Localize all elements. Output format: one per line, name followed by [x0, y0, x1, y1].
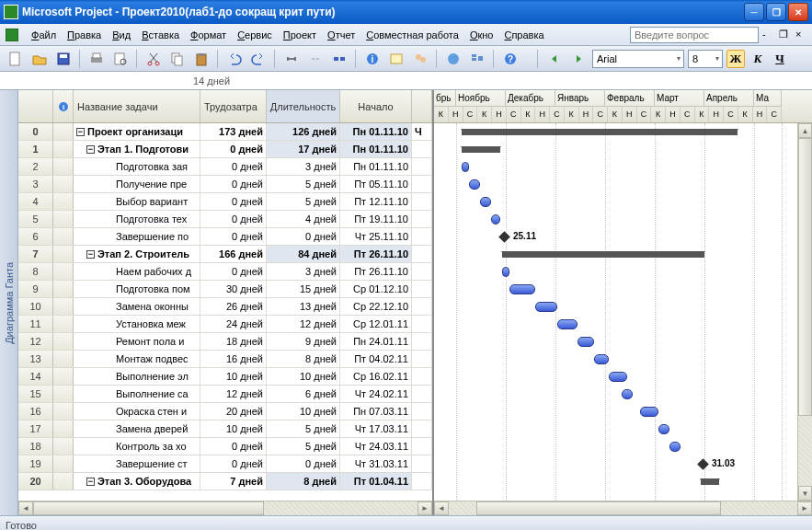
task-work[interactable]: 0 дней [200, 263, 267, 280]
gantt-row[interactable] [434, 438, 812, 455]
task-duration[interactable]: 9 дней [267, 333, 340, 350]
gantt-row[interactable]: 31.03 [434, 455, 812, 473]
menu-вид[interactable]: Вид [107, 27, 136, 43]
row-number[interactable]: 11 [18, 316, 53, 332]
task-name[interactable]: Выбор вариант [74, 193, 200, 210]
task-duration[interactable]: 5 дней [267, 421, 340, 437]
task-duration[interactable]: 15 дней [267, 281, 340, 297]
milestone-icon[interactable] [697, 458, 709, 470]
task-name[interactable]: Выполнение эл [74, 368, 200, 385]
task-bar[interactable] [502, 267, 509, 277]
gantt-hscroll[interactable]: ◄ ► [434, 501, 812, 515]
task-duration[interactable]: 8 дней [267, 473, 340, 490]
italic-button[interactable]: К [749, 50, 767, 68]
row-number[interactable]: 16 [18, 403, 53, 420]
table-row[interactable]: 13Монтаж подвес16 дней8 днейПт 04.02.11 [18, 351, 432, 368]
task-finish[interactable] [412, 281, 432, 297]
scroll-up-icon[interactable]: ▲ [798, 123, 812, 138]
month-header[interactable]: Ма [754, 90, 782, 107]
print-preview-icon[interactable] [110, 49, 131, 69]
info-icon[interactable]: i [362, 49, 383, 69]
task-work[interactable]: 166 дней [200, 246, 267, 262]
task-work[interactable]: 0 дней [200, 211, 267, 227]
bold-button[interactable]: Ж [726, 50, 745, 68]
table-row[interactable]: 19Завершение ст0 дней0 днейЧт 31.03.11 [18, 455, 432, 473]
task-duration[interactable]: 0 дней [267, 228, 340, 245]
row-info[interactable] [53, 123, 74, 140]
summary-bar[interactable] [502, 251, 704, 258]
month-header[interactable]: Март [655, 90, 704, 107]
gantt-row[interactable] [434, 211, 812, 228]
task-name[interactable]: Подготовка тех [74, 211, 200, 227]
month-header[interactable]: брь [434, 90, 456, 107]
mdi-close-button[interactable]: × [795, 29, 808, 41]
copy-icon[interactable] [167, 49, 188, 69]
task-work[interactable]: 30 дней [200, 281, 267, 297]
table-row[interactable]: 3Получение пре0 дней5 днейПт 05.11.10 [18, 176, 432, 193]
task-finish[interactable] [412, 316, 432, 332]
task-work[interactable]: 18 дней [200, 333, 267, 350]
link-icon[interactable] [281, 49, 302, 69]
assign-icon[interactable] [410, 49, 430, 69]
row-number[interactable]: 18 [18, 438, 53, 455]
table-row[interactable]: 10Замена оконны26 дней13 днейСр 22.12.10 [18, 298, 432, 316]
menu-проект[interactable]: Проект [278, 27, 322, 43]
task-name[interactable]: Подготовка пом [74, 281, 200, 297]
task-finish[interactable] [412, 158, 432, 175]
task-bar[interactable] [669, 442, 680, 452]
maximize-button[interactable]: ❐ [766, 3, 786, 21]
task-bar[interactable] [609, 372, 627, 382]
task-start[interactable]: Пт 19.11.10 [340, 211, 412, 227]
task-duration[interactable]: 84 дней [267, 246, 340, 262]
task-work[interactable]: 173 дней [200, 123, 267, 140]
row-info[interactable] [53, 351, 74, 367]
gantt-row[interactable] [434, 351, 812, 368]
task-bar[interactable] [622, 389, 633, 399]
task-start[interactable]: Ср 22.12.10 [340, 298, 412, 315]
task-name[interactable]: −Этап 3. Оборудова [74, 473, 200, 490]
task-finish[interactable] [412, 368, 432, 385]
row-number[interactable]: 13 [18, 351, 53, 367]
task-finish[interactable] [412, 351, 432, 367]
table-row[interactable]: 14Выполнение эл10 дней10 днейСр 16.02.11 [18, 368, 432, 386]
row-number[interactable]: 4 [18, 193, 53, 210]
new-icon[interactable] [6, 49, 26, 69]
task-name[interactable]: −Проект организаци [74, 123, 200, 140]
back-icon[interactable] [544, 49, 565, 69]
col-rownum[interactable] [18, 90, 53, 122]
gantt-row[interactable] [434, 333, 812, 351]
col-info[interactable]: i [53, 90, 74, 122]
month-header[interactable]: Апрель [704, 90, 754, 107]
gantt-row[interactable] [434, 281, 812, 298]
task-name[interactable]: Получение пре [74, 176, 200, 192]
task-name[interactable]: Выполнение са [74, 386, 200, 402]
task-name[interactable]: Завершение по [74, 228, 200, 245]
task-duration[interactable]: 3 дней [267, 158, 340, 175]
task-work[interactable]: 0 дней [200, 158, 267, 175]
table-row[interactable]: 2Подготовка зая0 дней3 днейПн 01.11.10 [18, 158, 432, 176]
task-finish[interactable] [412, 473, 432, 490]
row-info[interactable] [53, 403, 74, 420]
publish-icon[interactable] [443, 49, 463, 69]
task-bar[interactable] [557, 319, 578, 329]
paste-icon[interactable] [191, 49, 212, 69]
gantt-body[interactable]: 25.1131.03 [434, 123, 812, 501]
task-start[interactable]: Ср 12.01.11 [340, 316, 412, 332]
task-work[interactable]: 20 дней [200, 403, 267, 420]
summary-bar[interactable] [462, 129, 738, 135]
task-bar[interactable] [640, 407, 658, 417]
open-icon[interactable] [29, 49, 50, 69]
task-finish[interactable] [412, 298, 432, 315]
menu-файл[interactable]: Файл [26, 27, 62, 43]
save-icon[interactable] [53, 49, 74, 69]
task-name[interactable]: −Этап 2. Строитель [74, 246, 200, 262]
task-work[interactable]: 0 дней [200, 141, 267, 157]
task-finish[interactable]: Ч [412, 123, 432, 140]
menu-совместная работа[interactable]: Совместная работа [360, 27, 464, 43]
row-number[interactable]: 20 [18, 473, 53, 490]
col-name[interactable]: Название задачи [74, 90, 200, 122]
task-start[interactable]: Пт 01.04.11 [340, 473, 412, 490]
task-finish[interactable] [412, 438, 432, 455]
col-start[interactable]: Начало [340, 90, 412, 122]
view-bar[interactable]: Диаграмма Ганта [0, 90, 18, 515]
